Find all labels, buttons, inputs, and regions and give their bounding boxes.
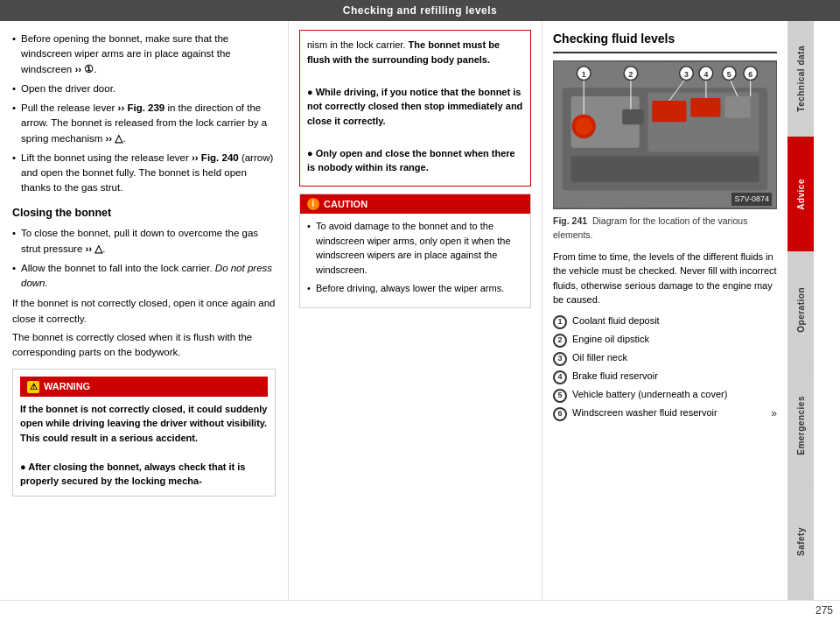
warning-label: WARNING [44,379,90,394]
engine-svg: 1 2 3 4 5 6 [554,61,776,208]
fluid-item-4: 4 Brake fluid reservoir [553,370,777,384]
sidebar-label-emergencies: Emergencies [796,396,806,455]
sidebar-section-operation[interactable]: Operation [788,252,814,368]
bullet-2: Open the driver door. [12,81,276,96]
fluid-label-1: Coolant fluid deposit [572,314,660,328]
fluid-label-5: Vehicle battery (underneath a cover) [572,388,727,401]
svg-text:4: 4 [704,70,708,79]
closing-bonnet-title: Closing the bonnet [12,205,276,222]
page-body: Before opening the bonnet, make sure tha… [0,21,840,600]
fluid-item-5: 5 Vehicle battery (underneath a cover) [553,388,777,403]
svg-point-5 [575,117,592,135]
fig-caption: Fig. 241 Diagram for the location of the… [553,215,777,243]
closing-bullet-1: To close the bonnet, pull it down to ove… [12,226,276,257]
sidebar-section-safety[interactable]: Safety [788,484,814,600]
engine-image: 1 2 3 4 5 6 S7V-0874 [554,61,776,208]
sidebar-label-operation: Operation [796,287,806,333]
fluid-label-4: Brake fluid reservoir [572,370,658,383]
page-number: 275 [816,604,833,616]
fig-number: Fig. 241 [553,215,587,226]
fluid-label-6: Windscreen washer fluid reservoir [572,406,718,419]
caution-box: i CAUTION To avoid damage to the bonnet … [299,194,531,308]
notice-continuation: nism in the lock carrier. The bonnet mus… [299,30,531,187]
fluid-label-3: Oil filler neck [572,351,627,364]
svg-text:1: 1 [582,70,586,79]
middle-column: nism in the lock carrier. The bonnet mus… [289,21,542,600]
warning-line-1: If the bonnet is not correctly closed, i… [20,404,267,443]
fluid-item-3: 3 Oil filler neck [553,351,777,366]
fluid-item-2: 2 Engine oil dipstick [553,333,777,348]
warning-line-2: ● After closing the bonnet, always check… [20,461,245,487]
caution-header: i CAUTION [300,194,530,215]
main-content: Checking and refilling levels Before ope… [0,0,840,620]
caution-icon: i [307,198,319,210]
svg-text:5: 5 [727,70,732,79]
warning-box: ⚠ WARNING If the bonnet is not correctly… [12,369,276,497]
fluid-num-1: 1 [553,315,567,329]
bullet-4: Lift the bonnet using the release lever … [12,151,276,196]
fluid-item-6: 6 Windscreen washer fluid reservoir » [553,406,777,421]
notice-line-3: ● Only open and close the bonnet when th… [307,146,523,175]
caution-label: CAUTION [324,197,368,212]
closing-bullet-2: Allow the bonnet to fall into the lock c… [12,261,276,292]
warning-body: If the bonnet is not correctly closed, i… [20,402,268,489]
engine-diagram: 1 2 3 4 5 6 S7V-0874 [553,60,777,209]
fluid-num-2: 2 [553,334,567,348]
fluid-label-2: Engine oil dipstick [572,333,649,346]
svg-rect-9 [724,96,750,117]
watermark: S7V-0874 [732,193,772,207]
sidebar: Technical data Advice Operation Emergenc… [788,21,814,600]
sidebar-label-technical-data: Technical data [796,46,806,112]
fluid-num-5: 5 [553,389,567,403]
para-2: The bonnet is correctly closed when it i… [12,330,276,361]
svg-rect-10 [571,156,760,181]
chevron-right-icon: » [771,406,777,421]
fluid-intro-text: From time to time, the levels of the dif… [553,250,777,307]
bullet-3: Pull the release lever ›› Fig. 239 in th… [12,101,276,146]
para-1: If the bonnet is not correctly closed, o… [12,296,276,327]
right-column: Checking fluid levels [542,21,788,600]
svg-text:3: 3 [684,70,689,79]
svg-rect-8 [690,98,720,116]
left-column: Before opening the bonnet, make sure tha… [0,21,289,600]
page-number-bar: 275 [0,600,840,620]
top-bar-title: Checking and refilling levels [343,4,498,17]
notice-line-1: nism in the lock carrier. The bonnet mus… [307,38,523,67]
svg-rect-6 [622,109,643,125]
notice-line-2: ● While driving, if you notice that the … [307,85,523,129]
sidebar-section-advice[interactable]: Advice [788,137,814,252]
top-bar: Checking and refilling levels [0,0,840,21]
svg-text:2: 2 [628,70,633,79]
sidebar-section-technical-data[interactable]: Technical data [788,21,814,137]
sidebar-label-safety: Safety [796,527,806,556]
fluid-num-3: 3 [553,352,567,366]
fluid-num-6: 6 [553,407,567,421]
warning-icon: ⚠ [27,381,39,393]
sidebar-section-emergencies[interactable]: Emergencies [788,369,814,484]
caution-body: To avoid damage to the bonnet and to the… [300,219,530,307]
sidebar-label-advice: Advice [796,179,806,210]
fluid-item-1: 1 Coolant fluid deposit [553,314,777,329]
bullet-1: Before opening the bonnet, make sure tha… [12,32,276,77]
svg-text:6: 6 [748,70,752,79]
caution-bullet-2: Before driving, always lower the wiper a… [307,281,523,296]
caution-bullet-1: To avoid damage to the bonnet and to the… [307,219,523,277]
fluid-list: 1 Coolant fluid deposit 2 Engine oil dip… [553,314,777,421]
svg-rect-7 [652,101,686,122]
checking-fluid-title: Checking fluid levels [553,30,777,53]
fluid-num-4: 4 [553,370,567,384]
warning-header: ⚠ WARNING [20,377,268,397]
